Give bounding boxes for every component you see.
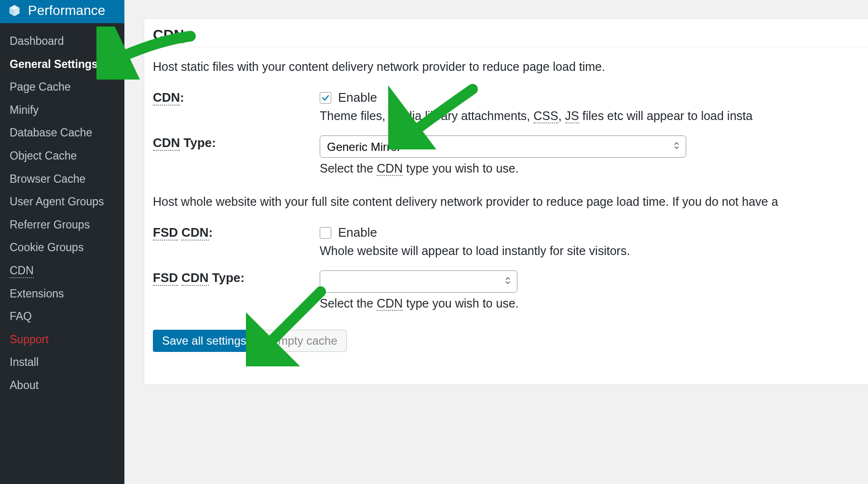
sidebar-item-minify[interactable]: Minify [0, 99, 124, 122]
sidebar-item-about[interactable]: About [0, 374, 124, 397]
help-fsd-cdn-type: Select the CDN type you wish to use. [320, 296, 868, 310]
checkbox-fsd-cdn-enable-label: Enable [338, 225, 377, 240]
sidebar-header[interactable]: Performance [0, 0, 124, 23]
row-fsd-cdn-type: FSD CDN Type: Select the CDN type you wi… [144, 258, 868, 310]
checkbox-cdn-enable[interactable] [320, 92, 331, 104]
sidebar-item-cdn[interactable]: CDN [0, 259, 124, 282]
label-cdn-type: CDN Type: [153, 135, 320, 175]
sidebar-items: Dashboard General Settings Page Cache Mi… [0, 23, 124, 397]
main-content: CDN Host static files with your content … [124, 0, 868, 484]
row-cdn-enable: CDN: Enable Theme files, media library a… [144, 78, 868, 123]
checkbox-fsd-cdn-enable[interactable] [320, 227, 331, 239]
select-fsd-cdn-type[interactable] [320, 270, 517, 293]
sidebar-item-dashboard[interactable]: Dashboard [0, 30, 124, 53]
sidebar-item-install[interactable]: Install [0, 351, 124, 374]
empty-cache-button[interactable]: Empty cache [261, 330, 347, 352]
sidebar-item-browser-cache[interactable]: Browser Cache [0, 168, 124, 191]
label-fsd-cdn: FSD CDN: [153, 225, 320, 258]
settings-panel: CDN Host static files with your content … [144, 18, 868, 385]
checkbox-cdn-enable-label: Enable [338, 90, 377, 105]
label-cdn: CDN: [153, 90, 320, 123]
select-cdn-type[interactable]: Generic Mirror [320, 135, 686, 158]
sidebar-item-general-settings[interactable]: General Settings [0, 53, 124, 76]
row-cdn-type: CDN Type: Generic Mirror Select the CDN … [144, 123, 868, 175]
sidebar-item-object-cache[interactable]: Object Cache [0, 145, 124, 168]
label-fsd-cdn-type: FSD CDN Type: [153, 270, 320, 310]
sidebar-item-page-cache[interactable]: Page Cache [0, 76, 124, 99]
help-cdn-type: Select the CDN type you wish to use. [320, 161, 868, 175]
section-title: CDN [144, 19, 868, 47]
help-fsd-cdn-enable: Whole website will appear to load instan… [320, 244, 868, 258]
sidebar-item-faq[interactable]: FAQ [0, 305, 124, 328]
sidebar-item-user-agent-groups[interactable]: User Agent Groups [0, 190, 124, 214]
save-all-settings-button[interactable]: Save all settings [153, 330, 256, 352]
sidebar-item-database-cache[interactable]: Database Cache [0, 121, 124, 145]
sidebar-item-extensions[interactable]: Extensions [0, 282, 124, 306]
help-cdn-enable: Theme files, media library attachments, … [320, 109, 868, 123]
sidebar-item-support[interactable]: Support [0, 328, 124, 351]
section-intro: Host static files with your content deli… [144, 47, 868, 78]
performance-icon [8, 4, 21, 17]
sidebar-header-label: Performance [28, 3, 105, 18]
fsd-intro: Host whole website with your full site c… [144, 175, 868, 213]
row-fsd-cdn-enable: FSD CDN: Enable Whole website will appea… [144, 213, 868, 258]
sidebar-item-referrer-groups[interactable]: Referrer Groups [0, 214, 124, 237]
sidebar: Performance Dashboard General Settings P… [0, 0, 124, 484]
sidebar-item-cookie-groups[interactable]: Cookie Groups [0, 236, 124, 259]
